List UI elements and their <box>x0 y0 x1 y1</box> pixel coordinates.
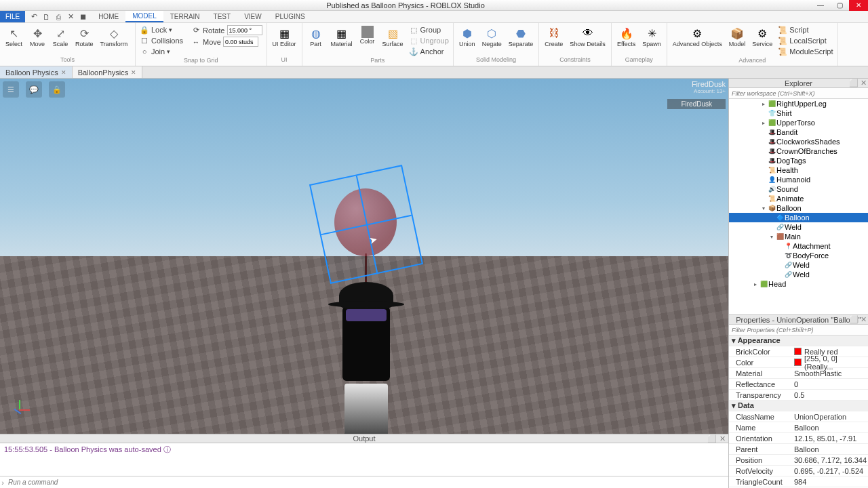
property-row[interactable]: NameBalloon <box>729 422 868 433</box>
properties-list[interactable]: ▾ AppearanceBrickColorReally redColor[25… <box>729 336 868 488</box>
property-row[interactable]: Position30.686, 7.172, 16.344 <box>729 455 868 466</box>
command-bar[interactable]: › <box>0 476 728 488</box>
tree-node[interactable]: ▸🟩RightUpperLeg <box>729 99 868 108</box>
tree-node[interactable]: 🔗Weld <box>729 270 868 279</box>
localscript-button[interactable]: 📜LocalScript <box>776 35 834 46</box>
document-tab[interactable]: Balloon Physics✕ <box>0 66 73 78</box>
select-tool[interactable]: ↖Select <box>3 24 25 49</box>
tree-node[interactable]: 👕Shirt <box>729 108 868 118</box>
show-details-button[interactable]: 👁Show Details <box>567 24 608 49</box>
close-tab-icon[interactable]: ✕ <box>131 69 136 76</box>
undock-icon[interactable]: ⬜ <box>707 434 717 443</box>
separate-button[interactable]: ⬣Separate <box>506 24 536 49</box>
qat-button[interactable]: ↶ <box>29 12 39 22</box>
tree-node[interactable]: 🔷Balloon <box>729 213 868 222</box>
document-tab[interactable]: BalloonPhysics✕ <box>73 66 143 78</box>
tree-node[interactable]: 🎩ClockworksShades <box>729 137 868 146</box>
tab-test[interactable]: TEST <box>207 11 238 22</box>
property-row[interactable]: TriangleCount984 <box>729 476 868 487</box>
tree-node[interactable]: 👤Humanoid <box>729 175 868 184</box>
modulescript-button[interactable]: 📜ModuleScript <box>776 46 834 57</box>
undock-icon[interactable]: ⬜ <box>849 79 859 87</box>
tab-home[interactable]: HOME <box>92 11 125 22</box>
tree-node[interactable]: 🎩Bandit <box>729 127 868 137</box>
undock-icon[interactable]: ⬜ <box>849 315 859 324</box>
service-button[interactable]: ⚙Service <box>749 24 775 49</box>
lock-icon[interactable]: 🔒 <box>49 81 65 98</box>
close-button[interactable]: ✕ <box>849 0 868 11</box>
join-toggle[interactable]: ○Join ▾ <box>138 46 184 57</box>
model-button[interactable]: 📦Model <box>726 24 749 49</box>
advanced-objects-button[interactable]: ⚙Advanced Objects <box>670 24 725 49</box>
script-button[interactable]: 📜Script <box>776 24 834 35</box>
property-row[interactable]: Color[255, 0, 0] (Really... <box>729 357 868 368</box>
qat-button[interactable]: 🗋 <box>41 12 51 22</box>
tab-model[interactable]: MODEL <box>125 11 163 22</box>
lock-toggle[interactable]: 🔒Lock ▾ <box>138 24 184 35</box>
part-button[interactable]: ◍Part <box>305 24 327 49</box>
spawn-button[interactable]: ✳Spawn <box>639 24 664 49</box>
property-row[interactable]: Orientation12.15, 85.01, -7.91 <box>729 433 868 444</box>
property-row[interactable]: Reflectance0 <box>729 379 868 390</box>
tree-node[interactable]: 🎩CrownOfBranches <box>729 146 868 156</box>
tab-plugins[interactable]: PLUGINS <box>269 11 312 22</box>
explorer-filter-input[interactable] <box>729 88 868 98</box>
property-row[interactable]: ClassNameUnionOperation <box>729 411 868 422</box>
transform-tool[interactable]: ◇Transform <box>98 24 131 49</box>
move-snap-input[interactable] <box>223 37 258 47</box>
color-button[interactable]: Color <box>357 24 378 46</box>
union-button[interactable]: ⬢Union <box>456 24 478 49</box>
minimize-button[interactable]: — <box>811 0 830 11</box>
properties-filter-input[interactable] <box>729 325 868 335</box>
explorer-tree[interactable]: ▸🟩RightUpperLeg👕Shirt▸🟩UpperTorso🎩Bandit… <box>729 99 868 314</box>
group-button[interactable]: ⬚Group <box>408 24 450 35</box>
close-panel-icon[interactable]: ✕ <box>861 79 867 87</box>
output-panel[interactable]: 15:55:53.505 - Balloon Physics was auto-… <box>0 443 728 476</box>
negate-button[interactable]: ⬡Negate <box>479 24 505 49</box>
rotate-snap-input[interactable] <box>227 25 262 35</box>
effects-button[interactable]: 🔥Effects <box>614 24 638 49</box>
tree-node[interactable]: ▸🟩UpperTorso <box>729 118 868 127</box>
tree-node[interactable]: 🎩DogTags <box>729 156 868 165</box>
tree-node[interactable]: 📜Animate <box>729 194 868 203</box>
command-input[interactable] <box>5 479 728 486</box>
close-panel-icon[interactable]: ✕ <box>719 434 726 443</box>
menu-icon[interactable]: ☰ <box>3 81 19 98</box>
viewport-3d[interactable]: ☰ 💬 🔒 FiredDuskAccount: 13+ FiredDusk ➤ <box>0 79 728 434</box>
property-row[interactable]: Transparency0.5 <box>729 390 868 401</box>
close-panel-icon[interactable]: ✕ <box>861 315 867 324</box>
property-row[interactable]: MaterialSmoothPlastic <box>729 368 868 379</box>
qat-button[interactable]: ⎙ <box>54 12 63 22</box>
maximize-button[interactable]: ▢ <box>830 0 849 11</box>
rotate-snap[interactable]: ⟳Rotate <box>190 24 263 36</box>
property-row[interactable]: ParentBalloon <box>729 444 868 455</box>
close-tab-icon[interactable]: ✕ <box>61 69 66 76</box>
tab-view[interactable]: VIEW <box>237 11 269 22</box>
surface-button[interactable]: ▧Surface <box>380 24 406 49</box>
move-tool[interactable]: ✥Move <box>26 24 48 49</box>
scale-tool[interactable]: ⤢Scale <box>50 24 71 49</box>
chat-icon[interactable]: 💬 <box>26 81 42 98</box>
tree-node[interactable]: 🔗Weld <box>729 222 868 232</box>
qat-button[interactable]: ◼ <box>78 12 87 22</box>
tree-node[interactable]: ▾🟫Main <box>729 232 868 241</box>
qat-button[interactable]: ✕ <box>66 12 75 22</box>
rotate-tool[interactable]: ⟳Rotate <box>73 24 96 49</box>
tree-node[interactable]: 🔗Weld <box>729 260 868 270</box>
create-constraint-button[interactable]: ⛓Create <box>542 24 566 49</box>
ui-editor-button[interactable]: ▦UI Editor <box>270 24 299 49</box>
tree-node[interactable]: ▾📦Balloon <box>729 203 868 213</box>
collisions-toggle[interactable]: ☐Collisions <box>138 35 184 46</box>
anchor-button[interactable]: ⚓Anchor <box>408 46 450 57</box>
tree-node[interactable]: 📍Attachment <box>729 241 868 251</box>
ungroup-button[interactable]: ⬚Ungroup <box>408 35 450 46</box>
tree-node[interactable]: ▸🟩Head <box>729 279 868 289</box>
tree-node[interactable]: 🔊Sound <box>729 184 868 194</box>
file-menu[interactable]: FILE <box>0 11 25 22</box>
move-snap[interactable]: ↔Move <box>190 36 263 47</box>
tree-node[interactable]: 📜Health <box>729 165 868 175</box>
tree-node[interactable]: ➰BodyForce <box>729 251 868 260</box>
tab-terrain[interactable]: TERRAIN <box>163 11 207 22</box>
material-button[interactable]: ▦Material <box>328 24 355 49</box>
property-row[interactable]: RotVelocity0.695, -0.217, -0.524 <box>729 466 868 476</box>
